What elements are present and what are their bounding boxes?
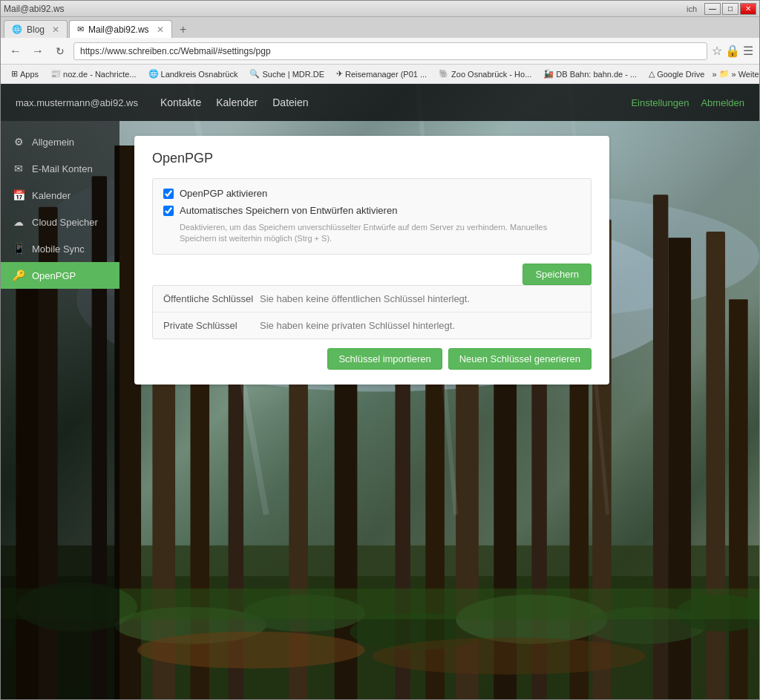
bookmarks-more-label: » bbox=[712, 70, 716, 79]
webmail-app: max.mustermann@abi92.ws Kontakte Kalende… bbox=[1, 84, 759, 699]
bookmark-zoo[interactable]: 🐘 Zoo Osnabrück - Ho... bbox=[434, 68, 536, 80]
settings-card: OpenPGP OpenPGP aktivieren Automatisches… bbox=[134, 136, 609, 385]
bookmark-star-icon[interactable]: ☆ bbox=[712, 44, 722, 58]
tab-blog-icon: 🌐 bbox=[12, 24, 22, 34]
openpgp-settings-section: OpenPGP aktivieren Automatisches Speiche… bbox=[152, 178, 592, 255]
browser-content: max.mustermann@abi92.ws Kontakte Kalende… bbox=[1, 84, 759, 699]
zoo-icon: 🐘 bbox=[439, 69, 449, 79]
sidebar-item-email-konten[interactable]: ✉ E-Mail Konten bbox=[1, 155, 119, 182]
activate-pgp-label[interactable]: OpenPGP aktivieren bbox=[180, 188, 267, 199]
tab-blog[interactable]: 🌐 Blog ✕ bbox=[4, 20, 68, 38]
db-icon: 🚂 bbox=[543, 69, 554, 79]
address-bar: ← → ↻ ☆ 🔒 ☰ bbox=[1, 38, 759, 65]
apps-icon: ⊞ bbox=[11, 69, 18, 79]
bookmarks-bar: ⊞ Apps 📰 noz.de - Nachricte... 🌐 Landkre… bbox=[1, 65, 759, 84]
bookmark-apps[interactable]: ⊞ Apps bbox=[7, 68, 43, 80]
save-button[interactable]: Speichern bbox=[522, 264, 592, 285]
kalender-icon: 📅 bbox=[13, 189, 24, 201]
tab-blog-label: Blog bbox=[27, 24, 45, 35]
nav-dateien[interactable]: Dateien bbox=[272, 97, 308, 108]
sidebar-allgemein-label: Allgemein bbox=[32, 137, 74, 148]
bookmark-noz-label: noz.de - Nachricte... bbox=[63, 70, 136, 79]
title-bar: Mail@abi92.ws ich — □ ✕ bbox=[1, 1, 759, 17]
bookmark-mdr[interactable]: 🔍 Suche | MDR.DE bbox=[245, 68, 329, 80]
forest-background: max.mustermann@abi92.ws Kontakte Kalende… bbox=[1, 84, 759, 699]
private-key-row: Private Schlüssel Sie haben keine privat… bbox=[153, 313, 591, 338]
allgemein-icon: ⚙ bbox=[13, 136, 24, 148]
sidebar-kalender-label: Kalender bbox=[32, 190, 71, 201]
key-icon: 🔑 bbox=[13, 269, 24, 281]
title-bar-text: Mail@abi92.ws bbox=[4, 4, 65, 14]
tab-blog-close[interactable]: ✕ bbox=[52, 24, 59, 35]
nav-kontakte[interactable]: Kontakte bbox=[160, 97, 201, 108]
sidebar-item-openpgp[interactable]: 🔑 OpenPGP bbox=[1, 262, 119, 289]
einstellungen-link[interactable]: Einstellungen bbox=[631, 97, 689, 108]
bookmarks-more[interactable]: » 📁 » Weitere Lesezeichen bbox=[712, 69, 759, 79]
sidebar-cloud-label: Cloud Speicher bbox=[32, 217, 98, 228]
private-key-label: Private Schlüssel bbox=[163, 320, 260, 331]
tab-mail-label: Mail@abi92.ws bbox=[88, 24, 149, 35]
top-nav: max.mustermann@abi92.ws Kontakte Kalende… bbox=[1, 84, 759, 121]
activate-pgp-row: OpenPGP aktivieren bbox=[163, 188, 580, 199]
new-tab-button[interactable]: + bbox=[174, 22, 193, 38]
save-row: Speichern bbox=[152, 264, 592, 285]
bookmark-landkreis[interactable]: 🌐 Landkreis Osnabrück bbox=[144, 68, 243, 80]
public-key-value: Sie haben keine öffentlichen Schlüssel h… bbox=[260, 293, 470, 304]
top-nav-right: Einstellungen Abmelden bbox=[631, 97, 744, 108]
bookmarks-folder-icon: 📁 bbox=[719, 69, 730, 79]
sidebar-mobile-label: Mobile Sync bbox=[32, 243, 85, 255]
sidebar: ⚙ Allgemein ✉ E-Mail Konten 📅 Kalender bbox=[1, 121, 119, 699]
sidebar-item-kalender[interactable]: 📅 Kalender bbox=[1, 182, 119, 209]
tab-mail-close[interactable]: ✕ bbox=[157, 24, 164, 35]
bookmark-reise[interactable]: ✈ Reisemanager (P01 ... bbox=[332, 68, 431, 80]
email-konten-icon: ✉ bbox=[13, 163, 24, 174]
sidebar-openpgp-label: OpenPGP bbox=[32, 270, 76, 281]
page-title: OpenPGP bbox=[152, 151, 592, 166]
noz-icon: 📰 bbox=[50, 69, 61, 79]
autosave-label[interactable]: Automatisches Speichern von Entwürfen ak… bbox=[180, 205, 397, 216]
nav-kalender[interactable]: Kalender bbox=[216, 97, 258, 108]
reload-button[interactable]: ↻ bbox=[51, 42, 69, 60]
mobile-icon: 📱 bbox=[13, 243, 24, 255]
bookmark-mdr-label: Suche | MDR.DE bbox=[262, 70, 324, 79]
activate-pgp-checkbox[interactable] bbox=[163, 189, 174, 199]
abmelden-link[interactable]: Abmelden bbox=[701, 97, 744, 108]
forward-button[interactable]: → bbox=[29, 42, 47, 60]
landkreis-icon: 🌐 bbox=[148, 69, 159, 79]
minimize-button[interactable]: — bbox=[704, 3, 721, 15]
public-key-label: Öffentliche Schlüssel bbox=[163, 293, 260, 304]
user-email: max.mustermann@abi92.ws bbox=[16, 97, 138, 108]
settings-icon[interactable]: ☰ bbox=[743, 44, 753, 58]
tab-mail[interactable]: ✉ Mail@abi92.ws ✕ bbox=[69, 20, 172, 38]
main-area: ⚙ Allgemein ✉ E-Mail Konten 📅 Kalender bbox=[1, 121, 759, 699]
import-key-button[interactable]: Schlüssel importieren bbox=[327, 348, 442, 370]
private-key-value: Sie haben keine privaten Schlüssel hinte… bbox=[260, 320, 455, 331]
bookmark-db[interactable]: 🚂 DB Bahn: bahn.de - ... bbox=[539, 68, 641, 80]
bookmark-noz[interactable]: 📰 noz.de - Nachricte... bbox=[46, 68, 140, 80]
mdr-icon: 🔍 bbox=[249, 69, 260, 79]
cloud-icon: ☁ bbox=[13, 216, 24, 228]
back-button[interactable]: ← bbox=[7, 42, 24, 60]
bookmark-gdrive[interactable]: △ Google Drive bbox=[644, 68, 709, 80]
bookmark-gdrive-label: Google Drive bbox=[657, 70, 704, 79]
generate-key-button[interactable]: Neuen Schlüssel generieren bbox=[448, 348, 592, 370]
address-icons: ☆ 🔒 ☰ bbox=[712, 44, 753, 58]
bookmark-zoo-label: Zoo Osnabrück - Ho... bbox=[451, 70, 531, 79]
content-panel: OpenPGP OpenPGP aktivieren Automatisches… bbox=[119, 121, 759, 699]
url-input[interactable] bbox=[73, 42, 707, 60]
reise-icon: ✈ bbox=[336, 69, 343, 79]
sidebar-email-label: E-Mail Konten bbox=[32, 163, 93, 174]
title-user-label: ich bbox=[687, 4, 697, 13]
sidebar-item-cloud[interactable]: ☁ Cloud Speicher bbox=[1, 209, 119, 235]
bookmark-apps-label: Apps bbox=[20, 70, 39, 79]
close-button[interactable]: ✕ bbox=[740, 3, 756, 15]
sidebar-item-mobile[interactable]: 📱 Mobile Sync bbox=[1, 235, 119, 262]
nav-links: Kontakte Kalender Dateien bbox=[160, 97, 309, 108]
autosave-checkbox[interactable] bbox=[163, 206, 174, 216]
maximize-button[interactable]: □ bbox=[722, 3, 738, 15]
key-actions: Schlüssel importieren Neuen Schlüssel ge… bbox=[152, 348, 592, 370]
shield-icon: 🔒 bbox=[725, 44, 740, 58]
autosave-help-text: Deaktivieren, um das Speichern unverschl… bbox=[180, 222, 580, 245]
sidebar-item-allgemein[interactable]: ⚙ Allgemein bbox=[1, 128, 119, 155]
bookmark-landkreis-label: Landkreis Osnabrück bbox=[161, 70, 238, 79]
